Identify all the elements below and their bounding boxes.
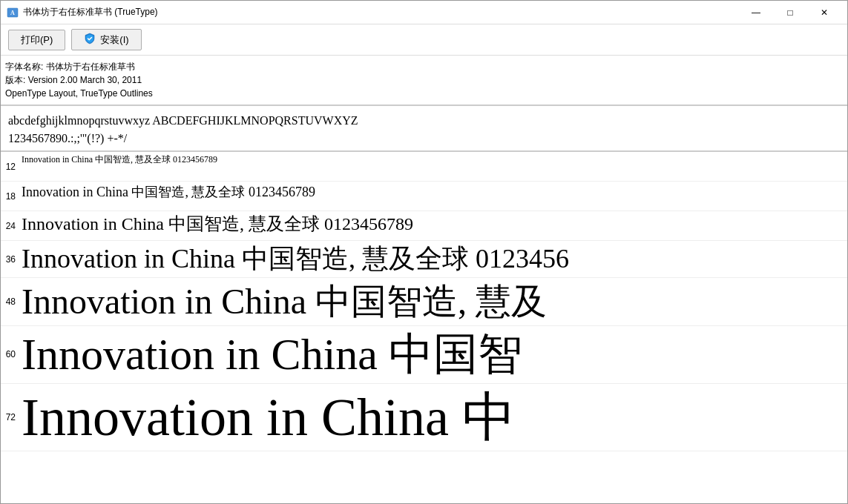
toolbar: 打印(P) 安装(I) [1,24,847,56]
maximize-button[interactable]: □ [773,1,807,24]
print-button[interactable]: 打印(P) [8,30,65,50]
install-label: 安装(I) [100,33,128,47]
app-icon: A [7,7,19,19]
print-label: 打印(P) [21,33,53,47]
sample-row: 12Innovation in China 中国智造, 慧及全球 0123456… [1,152,847,182]
window-title: 书体坊于右任标准草书 (TrueType) [23,6,158,19]
sample-row: 60Innovation in China 中国智 [1,326,847,384]
size-label: 24 [1,221,22,231]
size-label: 36 [1,254,22,265]
type-value: OpenType Layout, TrueType Outlines [5,88,153,99]
sample-text: Innovation in China 中国智造, 慧及全球 012345678… [22,185,315,200]
title-bar-left: A 书体坊于右任标准草书 (TrueType) [7,6,158,19]
size-label: 48 [1,296,22,307]
font-name-line: 字体名称: 书体坊于右任标准草书 [5,60,840,73]
sample-text: Innovation in China 中国智 [22,329,522,380]
size-label: 72 [1,412,22,422]
minimize-button[interactable]: — [739,1,773,24]
version-value: Version 2.00 March 30, 2011 [28,75,142,85]
sample-row: 24Innovation in China 中国智造, 慧及全球 0123456… [1,211,847,241]
sample-row: 36Innovation in China 中国智造, 慧及全球 0123456 [1,241,847,278]
title-bar: A 书体坊于右任标准草书 (TrueType) — □ ✕ [1,1,847,24]
sample-text: Innovation in China 中国智造, 慧及全球 0123456 [22,244,569,274]
sample-row: 18Innovation in China 中国智造, 慧及全球 0123456… [1,182,847,211]
sample-text: Innovation in China 中国智造, 慧及全球 012345678… [22,155,217,165]
font-name-value: 书体坊于右任标准草书 [46,62,135,72]
size-label: 18 [1,191,22,202]
main-window: A 书体坊于右任标准草书 (TrueType) — □ ✕ 打印(P) 安装(I… [0,0,848,504]
svg-text:A: A [10,10,15,16]
alphabet-line1: abcdefghijklmnopqrstuvwxyz ABCDEFGHIJKLM… [8,112,840,130]
version-label: 版本: [5,75,25,85]
sample-text: Innovation in China 中 [22,387,516,448]
sample-row: 72Innovation in China 中 [1,384,847,452]
size-label: 12 [1,162,22,172]
type-line: OpenType Layout, TrueType Outlines [5,87,840,100]
sample-row: 48Innovation in China 中国智造, 慧及 [1,278,847,325]
font-name-label: 字体名称: [5,62,43,72]
alphabet-line2: 1234567890.:,;'"(!?) +-*/ [8,130,840,147]
sample-section[interactable]: 12Innovation in China 中国智造, 慧及全球 0123456… [1,152,847,503]
close-button[interactable]: ✕ [807,1,841,24]
shield-icon [84,33,96,47]
font-info: 字体名称: 书体坊于右任标准草书 版本: Version 2.00 March … [1,56,847,105]
version-line: 版本: Version 2.00 March 30, 2011 [5,73,840,87]
size-label: 60 [1,349,22,359]
alphabet-section: abcdefghijklmnopqrstuvwxyz ABCDEFGHIJKLM… [1,106,847,151]
sample-text: Innovation in China 中国智造, 慧及 [22,281,547,322]
window-controls: — □ ✕ [739,1,841,24]
sample-text: Innovation in China 中国智造, 慧及全球 012345678… [22,214,413,235]
install-button[interactable]: 安装(I) [71,29,141,50]
